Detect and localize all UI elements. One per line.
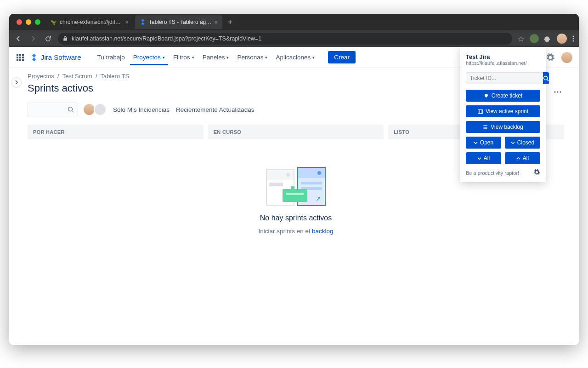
- browser-tab-1[interactable]: Tablero TS - Tablero ágil - Jira ×: [135, 15, 222, 29]
- back-button[interactable]: [14, 35, 23, 42]
- empty-state-illustration: ↗: [266, 167, 326, 208]
- tab-close-icon[interactable]: ×: [125, 19, 129, 26]
- svg-rect-6: [22, 54, 24, 56]
- url-text: klaufel.atlassian.net/secure/RapidBoard.…: [72, 35, 261, 42]
- empty-state-subtitle: Iniciar sprints en el backlog: [259, 228, 334, 235]
- tab-close-icon[interactable]: ×: [214, 19, 218, 26]
- browser-window: 🦖 chrome-extension://jdifpfffme × Tabler…: [9, 14, 579, 345]
- svg-text:🦖: 🦖: [51, 19, 57, 25]
- window-minimize-button[interactable]: [26, 19, 31, 25]
- gear-icon: [546, 53, 555, 62]
- filter-only-mine[interactable]: Solo Mis Incidencias: [113, 106, 170, 113]
- breadcrumb-projects[interactable]: Proyectos: [28, 73, 54, 80]
- browser-tab-0[interactable]: 🦖 chrome-extension://jdifpfffme ×: [46, 15, 133, 29]
- chevron-down-icon: ▾: [226, 55, 229, 60]
- window-close-button[interactable]: [17, 19, 22, 25]
- arrow-right-icon: [29, 35, 37, 42]
- ext-project-title: Test Jira: [466, 53, 540, 60]
- chevron-down-icon: [474, 141, 478, 145]
- svg-rect-9: [22, 57, 24, 58]
- chevron-down-icon: ▾: [163, 55, 165, 60]
- tab-title: chrome-extension://jdifpfffme: [60, 19, 122, 25]
- backlog-link[interactable]: backlog: [312, 228, 334, 235]
- column-in-progress: EN CURSO: [208, 125, 384, 139]
- arrow-left-icon: [15, 35, 22, 42]
- list-icon: [483, 125, 488, 130]
- column-todo: POR HACER: [28, 125, 204, 139]
- ext-all-down-button[interactable]: All: [466, 152, 501, 164]
- ext-open-button[interactable]: Open: [466, 137, 501, 149]
- profile-avatar[interactable]: [557, 34, 567, 44]
- create-button[interactable]: Crear: [328, 51, 356, 63]
- window-controls: [13, 19, 44, 25]
- svg-rect-11: [19, 59, 21, 61]
- svg-point-16: [68, 107, 73, 111]
- assignee-avatars: [85, 103, 107, 116]
- svg-rect-4: [17, 54, 18, 56]
- ext-ticket-search-input[interactable]: [466, 72, 543, 84]
- page-content: Jira Software Tu trabajo Proyectos▾ Filt…: [9, 47, 579, 345]
- tab-favicon-icon: 🦖: [51, 19, 57, 25]
- svg-point-14: [557, 92, 559, 93]
- chevron-up-icon: [516, 156, 520, 161]
- window-maximize-button[interactable]: [35, 19, 40, 25]
- svg-point-3: [573, 40, 574, 42]
- sidebar-toggle-button[interactable]: [11, 77, 22, 87]
- board-icon: [478, 109, 483, 114]
- app-switcher-button[interactable]: [16, 53, 25, 62]
- board-search-input[interactable]: [28, 103, 78, 116]
- svg-rect-12: [22, 59, 24, 61]
- product-name: Jira Software: [41, 53, 81, 61]
- svg-point-17: [544, 76, 548, 80]
- extension-popup: Test Jira https://klaufel.atlassian.net/…: [460, 47, 546, 182]
- extension-icon[interactable]: [530, 34, 539, 43]
- bookmark-star-icon[interactable]: ☆: [518, 34, 524, 43]
- breadcrumb-project[interactable]: Test Scrum: [62, 73, 92, 80]
- breadcrumb-board: Tablero TS: [100, 73, 129, 80]
- grid-icon: [16, 53, 25, 62]
- tab-title: Tablero TS - Tablero ágil - Jira: [149, 19, 211, 25]
- svg-point-15: [560, 92, 561, 93]
- jira-logo[interactable]: Jira Software: [29, 53, 81, 62]
- svg-rect-8: [19, 57, 21, 58]
- empty-state-title: No hay sprints activos: [260, 214, 332, 222]
- settings-button[interactable]: [545, 52, 556, 63]
- user-avatar[interactable]: [561, 52, 572, 63]
- chevron-down-icon: [511, 141, 515, 145]
- nav-panels[interactable]: Paneles▾: [199, 49, 232, 65]
- lock-icon: [62, 36, 68, 41]
- ext-view-sprint-button[interactable]: View active sprint: [466, 105, 540, 117]
- search-icon: [68, 106, 74, 113]
- nav-apps[interactable]: Aplicaciones▾: [272, 49, 318, 65]
- ext-view-backlog-button[interactable]: View backlog: [466, 121, 540, 133]
- chevron-down-icon: ▾: [265, 55, 267, 60]
- ext-create-ticket-button[interactable]: Create ticket: [466, 90, 540, 102]
- gear-icon: [533, 169, 540, 176]
- svg-point-2: [573, 38, 574, 40]
- board-action-more[interactable]: [551, 86, 564, 98]
- avatar-unassigned[interactable]: [94, 103, 107, 116]
- nav-filters[interactable]: Filtros▾: [170, 49, 198, 65]
- ext-search-button[interactable]: [543, 72, 549, 84]
- chevron-down-icon: [477, 156, 481, 161]
- ext-closed-button[interactable]: Closed: [505, 137, 540, 149]
- forward-button[interactable]: [28, 35, 38, 42]
- reload-button[interactable]: [43, 35, 52, 42]
- reload-icon: [45, 35, 51, 42]
- filter-recently-updated[interactable]: Recientemente Actualizadas: [176, 106, 254, 113]
- chevron-right-icon: [14, 80, 19, 85]
- nav-your-work[interactable]: Tu trabajo: [94, 49, 128, 65]
- svg-rect-18: [478, 109, 483, 113]
- kebab-menu-icon[interactable]: [572, 35, 574, 42]
- address-bar[interactable]: klaufel.atlassian.net/secure/RapidBoard.…: [58, 33, 512, 45]
- lightbulb-icon: [484, 93, 489, 98]
- new-tab-button[interactable]: +: [224, 17, 236, 27]
- nav-projects[interactable]: Proyectos▾: [130, 49, 168, 65]
- extensions-puzzle-icon[interactable]: [544, 35, 551, 42]
- svg-point-1: [573, 36, 574, 37]
- svg-rect-10: [17, 59, 18, 61]
- ext-settings-button[interactable]: [533, 169, 540, 177]
- ext-all-up-button[interactable]: All: [505, 152, 540, 164]
- jira-logo-icon: [29, 53, 39, 62]
- nav-people[interactable]: Personas▾: [234, 49, 271, 65]
